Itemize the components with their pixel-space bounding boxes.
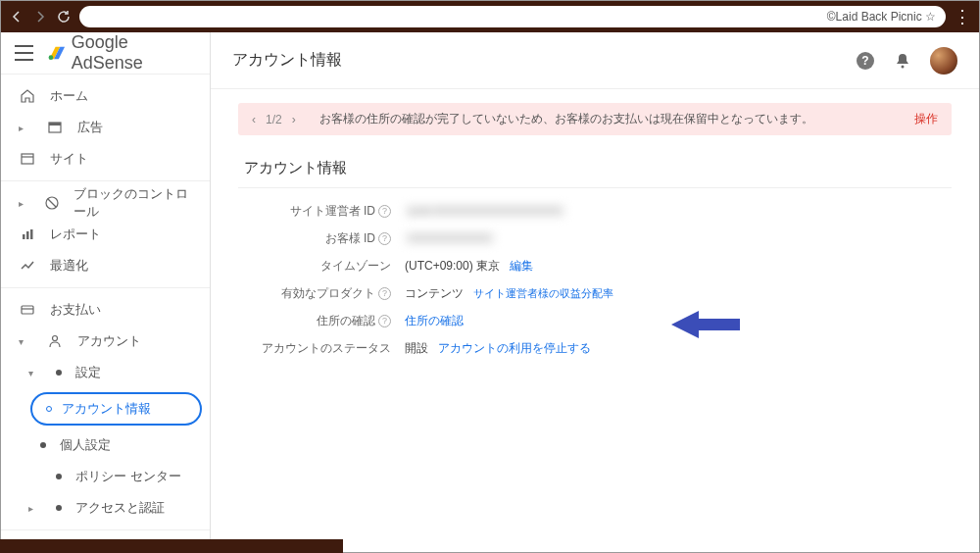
sidebar-item-sites[interactable]: サイト [1, 143, 210, 175]
section-title: アカウント情報 [238, 149, 952, 188]
url-bar[interactable]: ©Laid Back Picnic ☆ [79, 6, 946, 27]
app-logo[interactable]: Google AdSense [47, 32, 196, 74]
products-value: コンテンツ [405, 285, 464, 302]
row-customer-id: お客様 ID? XXXXXXXXXX [238, 227, 952, 249]
caret-icon: ▸ [19, 198, 26, 209]
revenue-share-link[interactable]: サイト運営者様の収益分配率 [473, 286, 613, 301]
sidebar-item-reports[interactable]: レポート [1, 219, 210, 250]
svg-rect-10 [22, 306, 33, 314]
edit-timezone-link[interactable]: 編集 [510, 258, 533, 275]
account-icon [46, 332, 64, 350]
help-badge-icon[interactable]: ? [378, 232, 391, 245]
home-icon [19, 87, 36, 105]
bullet-icon [46, 406, 52, 412]
payments-icon [19, 301, 36, 319]
app-header: Google AdSense [1, 32, 210, 75]
row-account-status: アカウントのステータス 開設アカウントの利用を停止する [238, 337, 952, 359]
page-title: アカウント情報 [232, 50, 342, 71]
sidebar-item-label: 個人設定 [60, 436, 111, 454]
avatar[interactable] [930, 47, 957, 75]
browser-menu-icon[interactable]: ⋮ [954, 6, 971, 27]
bullet-icon [56, 474, 62, 479]
sidebar-item-label: アカウント [77, 332, 141, 350]
row-label: 有効なプロダクト [281, 286, 375, 300]
bell-icon[interactable] [893, 51, 912, 71]
sidebar-item-label: お支払い [50, 301, 101, 319]
svg-rect-9 [30, 229, 33, 239]
alert-action-link[interactable]: 操作 [914, 111, 938, 127]
publisher-id-value: pub-XXXXXXXXXXXXXXXX [405, 204, 565, 218]
sidebar-item-payments[interactable]: お支払い [1, 294, 210, 326]
svg-rect-8 [26, 231, 29, 239]
sidebar-item-label: ポリシー センター [75, 468, 181, 485]
block-icon [44, 194, 60, 212]
svg-line-6 [48, 199, 56, 207]
sidebar-item-account-info[interactable]: アカウント情報 [30, 392, 202, 426]
sidebar-item-policy[interactable]: ▸ ポリシー センター [1, 461, 210, 492]
hamburger-icon[interactable] [15, 45, 33, 61]
row-timezone: タイムゾーン (UTC+09:00) 東京編集 [238, 255, 952, 276]
sidebar-item-label: 広告 [77, 119, 103, 136]
bullet-icon [56, 505, 62, 511]
sidebar: Google AdSense ホーム ▸ 広告 サイト ▸ ブロックのコント [1, 32, 211, 553]
svg-rect-2 [49, 123, 61, 126]
svg-rect-7 [23, 234, 25, 239]
sidebar-item-optimize[interactable]: 最適化 [1, 250, 210, 281]
chevron-left-icon[interactable]: ‹ [252, 113, 256, 126]
reload-button[interactable] [56, 9, 72, 25]
sidebar-item-label: アカウント情報 [62, 400, 151, 418]
ads-icon [46, 119, 64, 136]
sidebar-item-label: 最適化 [50, 257, 88, 275]
top-bar: アカウント情報 ? [211, 32, 979, 89]
caret-icon: ▸ [28, 503, 38, 514]
row-label: お客様 ID [325, 231, 375, 245]
sidebar-item-label: レポート [50, 226, 101, 243]
sidebar-item-ads[interactable]: ▸ 広告 [1, 112, 210, 143]
sidebar-item-account[interactable]: ▾ アカウント [1, 326, 210, 357]
bottom-strip [0, 539, 343, 553]
timezone-value: (UTC+09:00) 東京 [405, 258, 500, 275]
sidebar-item-label: 設定 [75, 364, 101, 381]
customer-id-value: XXXXXXXXXX [405, 231, 495, 245]
bullet-icon [56, 370, 62, 376]
address-verify-link[interactable]: 住所の確認 [405, 313, 464, 329]
row-label: アカウントのステータス [262, 341, 391, 355]
info-rows: サイト運営者 ID? pub-XXXXXXXXXXXXXXXX お客様 ID? … [238, 200, 952, 359]
status-value: 開設 [405, 340, 428, 357]
svg-point-0 [48, 55, 53, 60]
watermark-text: ©Laid Back Picnic ☆ [827, 10, 936, 24]
row-address-verify: 住所の確認? 住所の確認 [238, 310, 952, 331]
sidebar-item-personal[interactable]: 個人設定 [1, 429, 210, 461]
browser-toolbar: ©Laid Back Picnic ☆ ⋮ [1, 1, 979, 32]
reports-icon [19, 226, 36, 243]
top-icons: ? [856, 47, 957, 75]
svg-point-12 [53, 336, 58, 341]
row-publisher-id: サイト運営者 ID? pub-XXXXXXXXXXXXXXXX [238, 200, 952, 222]
help-badge-icon[interactable]: ? [378, 315, 391, 327]
sidebar-item-label: アクセスと認証 [75, 499, 165, 517]
sidebar-item-label: サイト [50, 150, 88, 168]
help-badge-icon[interactable]: ? [378, 205, 391, 218]
sidebar-item-label: ホーム [50, 87, 88, 105]
alert-message: お客様の住所の確認が完了していないため、お客様のお支払いは現在保留中となっていま… [319, 111, 914, 127]
content: ‹ 1/2 › お客様の住所の確認が完了していないため、お客様のお支払いは現在保… [211, 89, 979, 553]
bullet-icon [40, 442, 46, 448]
caret-down-icon: ▾ [19, 336, 28, 347]
sidebar-item-label: ブロックのコントロール [74, 185, 192, 221]
sidebar-item-settings[interactable]: ▾ 設定 [1, 357, 210, 388]
alert-pager: ‹ 1/2 › [252, 113, 296, 126]
sidebar-item-block[interactable]: ▸ ブロックのコントロール [1, 187, 210, 219]
back-button[interactable] [9, 9, 24, 25]
caret-icon: ▸ [19, 123, 28, 133]
sidebar-item-access[interactable]: ▸ アクセスと認証 [1, 492, 210, 524]
chevron-right-icon[interactable]: › [292, 113, 296, 126]
help-badge-icon[interactable]: ? [378, 287, 391, 300]
suspend-account-link[interactable]: アカウントの利用を停止する [438, 340, 591, 357]
forward-button[interactable] [32, 9, 48, 25]
sidebar-item-home[interactable]: ホーム [1, 80, 210, 112]
help-icon[interactable]: ? [856, 51, 875, 71]
svg-point-15 [902, 65, 905, 68]
svg-rect-3 [22, 154, 33, 164]
sites-icon [19, 150, 36, 168]
row-label: サイト運営者 ID [290, 204, 375, 218]
